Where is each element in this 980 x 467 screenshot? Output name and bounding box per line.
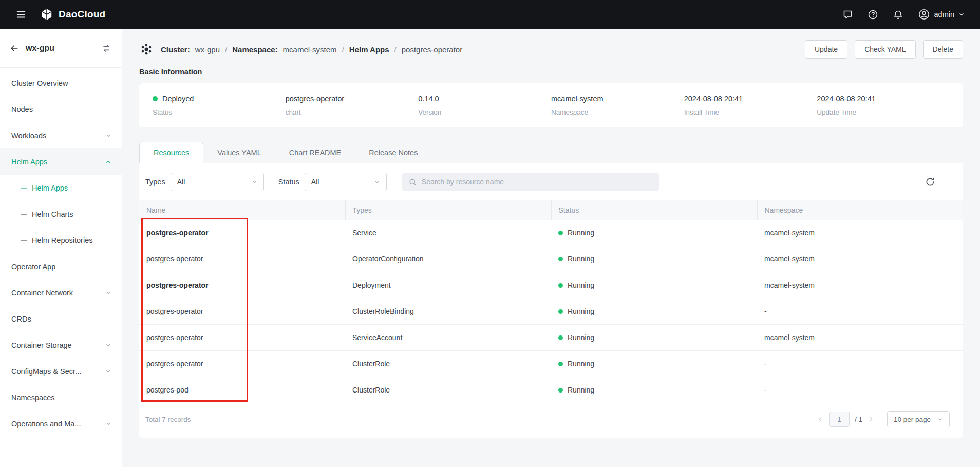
resource-name: postgres-operator (139, 298, 345, 325)
resource-status: Running (551, 272, 757, 298)
breadcrumb-section[interactable]: Helm Apps (349, 45, 389, 54)
chevron-down-icon (251, 179, 257, 185)
column-header-status[interactable]: Status (551, 200, 757, 220)
status-dot (558, 388, 563, 393)
next-page-icon[interactable] (868, 416, 875, 423)
column-header-types[interactable]: Types (345, 200, 551, 220)
sidebar-item-workloads[interactable]: Workloads (0, 122, 122, 148)
resources-table: Name Types Status Namespace postgres-ope… (139, 200, 963, 403)
resource-type: ClusterRole (345, 377, 551, 403)
resource-type: Deployment (345, 272, 551, 298)
sidebar-cluster-name: wx-gpu (26, 44, 54, 53)
tab-chart-readme[interactable]: Chart README (275, 142, 355, 163)
resource-status: Running (551, 351, 757, 377)
page-number-input[interactable] (829, 412, 850, 427)
check-yaml-button[interactable]: Check YAML (855, 40, 915, 59)
sidebar-subitem-helm-apps[interactable]: Helm Apps (0, 175, 122, 201)
table-row: postgres-operator ServiceAccount Running… (139, 325, 963, 351)
info-field-version: 0.14.0 Version (418, 95, 551, 116)
sidebar-nav: Cluster Overview Nodes Workloads Helm Ap… (0, 68, 122, 437)
messages-icon[interactable] (842, 9, 853, 20)
sidebar-item-namespaces[interactable]: Namespaces (0, 384, 122, 410)
tab-bar: Resources Values YAML Chart README Relea… (139, 142, 963, 163)
resource-namespace: - (757, 377, 963, 403)
table-row: postgres-operator ClusterRole Running - (139, 351, 963, 377)
breadcrumb-namespace-value[interactable]: mcamel-system (283, 45, 337, 54)
tab-values-yaml[interactable]: Values YAML (203, 142, 275, 163)
resource-name: postgres-operator (139, 351, 345, 377)
info-field-chart: postgres-operator chart (286, 95, 419, 116)
notifications-icon[interactable] (893, 9, 903, 20)
daocloud-logo-icon (40, 8, 53, 21)
info-field-update-time: 2024-08-08 20:41 Update Time (817, 95, 950, 116)
chevron-down-icon (105, 290, 111, 296)
column-header-namespace[interactable]: Namespace (757, 200, 963, 220)
breadcrumb-cluster-value[interactable]: wx-gpu (195, 45, 220, 54)
basic-information-title: Basic Information (139, 68, 963, 76)
user-menu[interactable]: admin (918, 8, 965, 21)
status-dot (558, 231, 563, 235)
breadcrumb: Cluster: wx-gpu / Namespace: mcamel-syst… (139, 42, 462, 57)
resource-name: postgres-operator (139, 272, 345, 298)
switch-cluster-icon[interactable] (101, 43, 111, 53)
column-header-name[interactable]: Name (139, 200, 345, 220)
update-button[interactable]: Update (805, 40, 847, 59)
resources-panel: Types All Status All (139, 163, 963, 438)
avatar-icon (918, 8, 930, 21)
tab-resources[interactable]: Resources (139, 142, 203, 163)
refresh-icon[interactable] (925, 177, 935, 187)
table-row: postgres-operator ClusterRoleBinding Run… (139, 298, 963, 325)
info-field-install-time: 2024-08-08 20:41 Install Time (684, 95, 817, 116)
status-dot (558, 335, 563, 340)
search-input[interactable] (422, 178, 653, 186)
chevron-down-icon (105, 421, 111, 427)
sidebar-subitem-helm-charts[interactable]: Helm Charts (0, 201, 122, 227)
chevron-up-icon (105, 159, 111, 165)
cluster-icon (139, 42, 154, 57)
sidebar: wx-gpu Cluster Overview Nodes Workloads … (0, 29, 122, 467)
sidebar-subitem-helm-repositories[interactable]: Helm Repositories (0, 227, 122, 253)
tab-release-notes[interactable]: Release Notes (355, 142, 431, 163)
menu-icon[interactable] (15, 9, 27, 20)
table-row: postgres-operator Deployment Running mca… (139, 272, 963, 298)
sidebar-item-container-storage[interactable]: Container Storage (0, 332, 122, 358)
chevron-down-icon (105, 133, 111, 139)
sidebar-item-operations[interactable]: Operations and Ma... (0, 410, 122, 437)
status-dot (558, 257, 563, 261)
resource-namespace: mcamel-system (757, 246, 963, 272)
resource-type: OperatorConfiguration (345, 246, 551, 272)
deployed-status-dot (153, 96, 158, 101)
resource-type: Service (345, 220, 551, 246)
resource-namespace: - (757, 298, 963, 325)
basic-information-card: Deployed Status postgres-operator chart … (139, 83, 963, 127)
status-dot (558, 362, 563, 366)
sidebar-item-configmaps-secrets[interactable]: ConfigMaps & Secr... (0, 358, 122, 384)
resource-namespace: - (757, 351, 963, 377)
page-size-select[interactable]: 10 per page (887, 411, 950, 427)
resource-status: Running (551, 220, 757, 246)
resource-namespace: mcamel-system (757, 272, 963, 298)
types-filter-label: Types (145, 178, 165, 186)
delete-button[interactable]: Delete (923, 40, 963, 59)
back-arrow-icon[interactable] (9, 43, 20, 53)
brand-logo[interactable]: DaoCloud (40, 8, 105, 21)
user-name: admin (934, 10, 955, 18)
previous-page-icon[interactable] (817, 416, 824, 423)
status-filter-select[interactable]: All (305, 173, 387, 191)
resources-table-wrap: Name Types Status Namespace postgres-ope… (139, 200, 963, 403)
sidebar-item-cluster-overview[interactable]: Cluster Overview (0, 70, 122, 96)
sidebar-item-helm-apps[interactable]: Helm Apps (0, 148, 122, 175)
main-content: Cluster: wx-gpu / Namespace: mcamel-syst… (122, 29, 980, 467)
dash-icon (21, 214, 27, 215)
resource-name: postgres-operator (139, 220, 345, 246)
sidebar-item-nodes[interactable]: Nodes (0, 96, 122, 122)
sidebar-item-operator-app[interactable]: Operator App (0, 253, 122, 279)
breadcrumb-cluster-label: Cluster: (161, 45, 190, 54)
types-filter-select[interactable]: All (171, 173, 264, 191)
chevron-down-icon (105, 342, 111, 348)
resource-name: postgres-pod (139, 377, 345, 403)
help-icon[interactable] (868, 9, 878, 20)
status-dot (558, 309, 563, 314)
sidebar-item-container-network[interactable]: Container Network (0, 279, 122, 306)
sidebar-item-crds[interactable]: CRDs (0, 306, 122, 332)
